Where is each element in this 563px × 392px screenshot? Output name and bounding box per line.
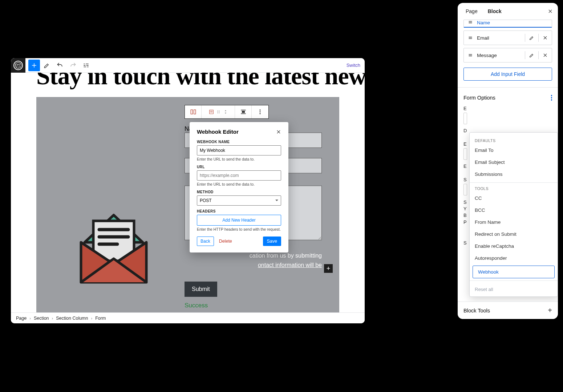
svg-point-17 — [219, 113, 219, 113]
edit-field-button[interactable] — [525, 35, 538, 41]
redo-button[interactable] — [67, 59, 79, 72]
close-icon — [276, 129, 281, 134]
close-icon — [543, 35, 548, 40]
pencil-icon — [43, 62, 50, 69]
list-view-button[interactable] — [80, 59, 92, 72]
undo-icon — [56, 62, 64, 69]
editor-window: Switch Stay in touch with the latest new… — [11, 58, 365, 323]
edit-field-button[interactable] — [525, 52, 538, 58]
webhook-url-label: URL — [197, 165, 281, 169]
input-field-row: Email — [463, 31, 552, 45]
privacy-note: cation from us by submitting ontact info… — [250, 251, 322, 270]
popover-item-redirect[interactable]: Redirect on Submit — [470, 228, 558, 240]
drag-handle[interactable] — [464, 20, 477, 24]
block-type-button[interactable] — [185, 105, 202, 118]
breadcrumb-item[interactable]: Section Column — [56, 316, 88, 321]
popover-item-email-subject[interactable]: Email Subject — [470, 156, 558, 168]
webhook-url-hint: Enter the URL to send the data to. — [197, 182, 281, 186]
close-icon — [548, 9, 553, 14]
breadcrumb-item[interactable]: Section — [34, 316, 49, 321]
wordpress-icon — [15, 62, 22, 69]
drag-handle[interactable] — [464, 53, 477, 57]
edit-button[interactable] — [41, 59, 53, 72]
list-icon — [82, 62, 90, 69]
add-header-button[interactable]: Add New Header — [197, 215, 281, 226]
popover-item-submissions[interactable]: Submissions — [470, 168, 558, 180]
webhook-method-select[interactable]: POST — [197, 195, 281, 206]
block-layout-button[interactable] — [202, 105, 235, 118]
close-panel-button[interactable] — [548, 9, 553, 14]
kebab-icon — [256, 108, 264, 116]
popover-item-autoresponder[interactable]: Autoresponder — [470, 252, 558, 264]
svg-point-16 — [219, 112, 219, 112]
webhook-name-input[interactable] — [197, 145, 281, 155]
section-column-left — [54, 108, 174, 312]
popover-item-cc[interactable]: CC — [470, 192, 558, 204]
webhook-name-hint: Enter the URL to send the data to. — [197, 157, 281, 161]
remove-field-button[interactable] — [539, 35, 552, 40]
back-button[interactable]: Back — [197, 237, 214, 246]
field-name-label[interactable]: Name — [477, 20, 552, 25]
pencil-icon — [529, 35, 535, 41]
svg-point-12 — [217, 110, 218, 111]
add-block-inline-button[interactable]: + — [324, 264, 333, 273]
popover-item-bcc[interactable]: BCC — [470, 204, 558, 216]
envelope-illustration — [74, 204, 154, 286]
svg-point-13 — [217, 112, 218, 112]
popover-item-recaptcha[interactable]: Enable reCaptcha — [470, 240, 558, 252]
svg-rect-7 — [191, 110, 193, 114]
align-icon — [240, 108, 247, 116]
chevron-right-icon: › — [91, 316, 93, 320]
popover-item-from-name[interactable]: From Name — [470, 216, 558, 228]
wordpress-logo[interactable] — [11, 58, 25, 73]
delete-button[interactable]: Delete — [219, 239, 232, 244]
hidden-option-input[interactable] — [463, 113, 467, 124]
popover-reset-all[interactable]: Reset all — [470, 283, 558, 293]
input-field-row: Name — [463, 20, 552, 28]
save-button[interactable]: Save — [263, 237, 282, 246]
close-icon — [543, 53, 548, 58]
undo-button[interactable] — [54, 59, 66, 72]
svg-rect-18 — [242, 111, 244, 113]
editor-canvas: Stay in touch with the latest news! — [11, 73, 365, 312]
svg-point-20 — [260, 112, 261, 113]
webhook-editor-title: Webhook Editor — [197, 129, 239, 135]
drag-icon — [467, 36, 473, 40]
hidden-option-label: E — [463, 106, 552, 111]
remove-field-button[interactable] — [539, 53, 552, 58]
block-align-button[interactable] — [235, 105, 252, 118]
expand-block-tools-button[interactable]: + — [548, 306, 552, 315]
add-block-button[interactable] — [28, 60, 40, 71]
submit-button[interactable]: Submit — [185, 282, 217, 297]
form-options-menu-button[interactable] — [551, 95, 552, 101]
popover-item-webhook[interactable]: Webhook — [473, 266, 555, 278]
switch-link[interactable]: Switch — [347, 62, 365, 68]
drag-handle[interactable] — [464, 36, 477, 40]
section-block[interactable]: Name* Submit Success Error. Please try a… — [36, 97, 339, 312]
breadcrumb-item[interactable]: Page — [16, 316, 27, 321]
hidden-option-input[interactable] — [463, 148, 467, 160]
svg-point-19 — [260, 110, 261, 111]
block-toolbar — [185, 105, 269, 119]
hidden-option-input[interactable] — [463, 184, 467, 195]
webhook-url-input[interactable] — [197, 170, 281, 181]
inspector-tabs: Page Block — [458, 3, 558, 20]
success-message: Success — [185, 302, 322, 309]
tab-block[interactable]: Block — [483, 4, 507, 19]
popover-section-label: TOOLS — [470, 185, 558, 192]
svg-point-21 — [260, 113, 261, 114]
breadcrumb-item[interactable]: Form — [95, 316, 106, 321]
drag-dots-icon — [216, 109, 221, 115]
redo-icon — [69, 62, 77, 69]
tab-page[interactable]: Page — [461, 4, 483, 19]
block-tools-section[interactable]: Block Tools + — [458, 302, 558, 319]
popover-section-label: DEFAULTS — [470, 137, 558, 144]
svg-point-14 — [217, 113, 218, 113]
top-toolbar: Switch — [11, 58, 365, 73]
close-button[interactable] — [276, 129, 281, 134]
block-more-button[interactable] — [252, 105, 268, 118]
form-options-title: Form Options — [463, 95, 495, 101]
popover-item-email-to[interactable]: Email To — [470, 144, 558, 156]
add-input-field-button[interactable]: Add Input Field — [463, 68, 552, 81]
form-options-header: Form Options — [463, 95, 552, 101]
